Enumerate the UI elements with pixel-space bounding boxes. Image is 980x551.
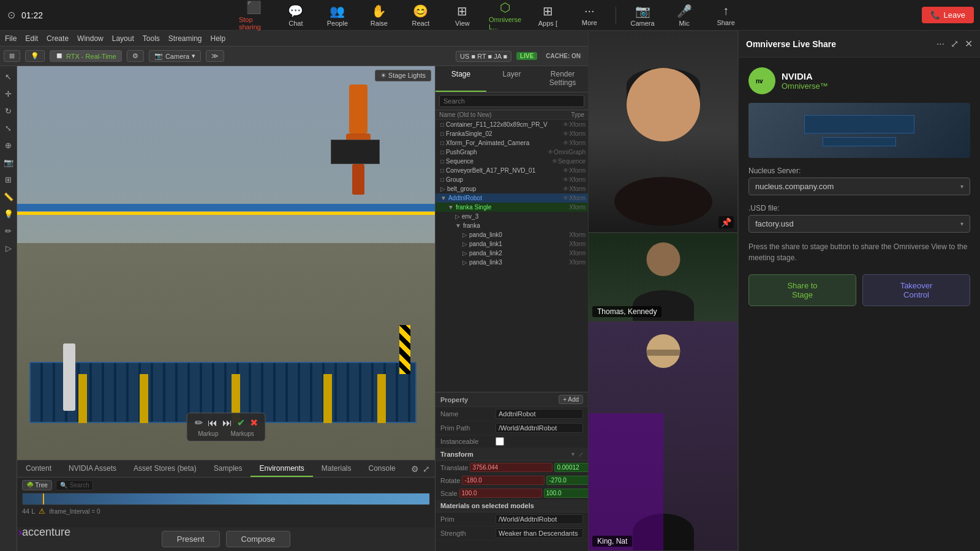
menu-tools[interactable]: Tools [143, 34, 160, 43]
settings-icon[interactable]: ⚙ [411, 464, 419, 474]
scale-y[interactable] [544, 489, 588, 498]
chat-button[interactable]: 💬 Chat [281, 4, 311, 27]
tab-nvidia-assets[interactable]: NVIDIA Assets [60, 460, 125, 477]
present-button[interactable]: Present [162, 531, 220, 547]
tool-move[interactable]: ✛ [2, 87, 15, 100]
tool-gizmo[interactable]: ⊕ [2, 138, 15, 152]
more-button[interactable]: ··· More [574, 4, 605, 26]
tab-environments[interactable]: Environments [251, 460, 312, 477]
instanceable-checkbox[interactable] [496, 437, 504, 446]
menu-file[interactable]: File [5, 34, 17, 43]
panel-popout-button[interactable]: ⤢ [951, 38, 959, 50]
usd-select[interactable]: factory.usd ▾ [748, 215, 970, 233]
stage-search-input[interactable] [439, 95, 584, 107]
person-body [614, 177, 712, 226]
materials-header[interactable]: Materials on selected models [435, 500, 588, 512]
stage-lights-button[interactable]: ☀ Stage Lights [375, 70, 431, 81]
compose-button[interactable]: Compose [226, 531, 291, 547]
toolbar-settings-btn[interactable]: ⚙ [127, 50, 144, 62]
panel-close-button[interactable]: ✕ [965, 38, 973, 50]
raise-button[interactable]: ✋ Raise [364, 4, 394, 27]
tree-item-belt-group[interactable]: ▷ belt_group 👁 Xform [435, 184, 588, 193]
tab-console[interactable]: Console [360, 460, 404, 477]
pin-button[interactable]: 📌 [718, 216, 734, 228]
react-button[interactable]: 😊 React [405, 4, 436, 27]
toolbar-camera-btn[interactable]: 📷 Camera ▾ [149, 50, 201, 62]
tool-scale[interactable]: ⤡ [2, 121, 15, 135]
tab-stage[interactable]: Stage [435, 66, 486, 92]
transform-header[interactable]: Transform ▼ ⤢ [435, 448, 588, 461]
translate-y[interactable] [554, 463, 588, 472]
tab-layer[interactable]: Layer [486, 66, 537, 92]
tool-markup[interactable]: ✏ [2, 224, 15, 238]
rotate-x[interactable] [462, 476, 545, 485]
toolbar-expand-btn[interactable]: ≫ [206, 50, 224, 62]
omniverse-button[interactable]: ⬡ Omniverse L... [489, 0, 521, 31]
scale-x[interactable] [459, 489, 542, 498]
tool-play[interactable]: ▷ [2, 241, 15, 255]
tree-item-conveyor[interactable]: □ ConveyorBelt_A17_PR_NVD_01 👁 Xform [435, 166, 588, 175]
tree-item-panda0[interactable]: ▷ panda_link0 Xform [435, 230, 588, 239]
camera-button[interactable]: 📷 Camera [627, 4, 658, 27]
cancel-markup-icon[interactable]: ✖ [250, 417, 258, 429]
skip-forward-icon[interactable]: ⏭ [222, 418, 232, 429]
menu-layout[interactable]: Layout [112, 34, 134, 43]
tree-item-env3[interactable]: ▷ env_3 [435, 212, 588, 221]
share-button[interactable]: ↑ Share [710, 4, 741, 26]
panel-dots-button[interactable]: ··· [937, 39, 944, 50]
share-to-stage-button[interactable]: Share toStage [748, 274, 856, 306]
tool-measure[interactable]: 📏 [2, 190, 15, 203]
tree-item-franka-mesh[interactable]: ▼ franka [435, 221, 588, 230]
menu-window[interactable]: Window [77, 34, 104, 43]
tool-select[interactable]: ↖ [2, 70, 15, 83]
tool-camera[interactable]: 📷 [2, 156, 15, 169]
tab-render-settings[interactable]: Render Settings [537, 66, 588, 92]
tree-item-franka-single[interactable]: ▼ franka Single Xform [435, 203, 588, 212]
tab-samples[interactable]: Samples [205, 460, 251, 477]
tree-item-addtnl-robot[interactable]: ▼ AddtnlRobot 👁 Xform [435, 193, 588, 203]
tree-button[interactable]: 🌳 Tree [22, 480, 52, 490]
stop-sharing-button[interactable]: ⬛ Stop sharing [239, 0, 270, 31]
nucleus-select[interactable]: nucleus.company.com ▾ [748, 178, 970, 195]
tab-materials[interactable]: Materials [313, 460, 360, 477]
skip-back-icon[interactable]: ⏮ [208, 418, 217, 429]
rtx-button[interactable]: 🔲 RTX - Real-Time [50, 50, 122, 62]
tree-item-sequence[interactable]: □ Sequence 👁 Sequence [435, 157, 588, 166]
leave-button[interactable]: 📞 Leave [922, 7, 974, 23]
tab-content[interactable]: Content [17, 460, 60, 477]
pencil-icon[interactable]: ✏ [195, 417, 203, 429]
mic-button[interactable]: 🎤 Mic [669, 4, 699, 27]
tool-light[interactable]: 💡 [2, 207, 15, 220]
rotate-y[interactable] [546, 476, 588, 485]
apps-button[interactable]: ⊞ Apps [ [532, 4, 563, 27]
nvidia-logo-area: nv NVIDIA Omniverse™ [748, 67, 970, 94]
takeover-control-button[interactable]: TakeoverControl [862, 274, 970, 306]
menu-help[interactable]: Help [211, 34, 226, 43]
tree-item-icon14: ▷ [462, 241, 467, 247]
tree-item-panda2[interactable]: ▷ panda_link2 Xform [435, 249, 588, 258]
menu-edit[interactable]: Edit [25, 34, 38, 43]
tree-item-panda1[interactable]: ▷ panda_link1 Xform [435, 239, 588, 249]
tree-item-animated[interactable]: □ Xform_For_Animated_Camera 👁 Xform [435, 138, 588, 148]
tree-item-group[interactable]: □ Group 👁 Xform [435, 175, 588, 184]
tree-item-pushgraph[interactable]: □ PushGraph 👁 OmniGraph [435, 148, 588, 157]
tree-item-franka[interactable]: □ FrankaSingle_02 👁 Xform [435, 129, 588, 138]
usd-label: .USD file: [748, 204, 970, 212]
tree-item-container[interactable]: □ Container_F11_122x80x89cm_PR_V 👁 Xform [435, 120, 588, 129]
tab-asset-stores[interactable]: Asset Stores (beta) [125, 460, 205, 477]
toolbar-grid-btn[interactable]: ⊞ [4, 50, 20, 62]
menu-create[interactable]: Create [47, 34, 69, 43]
menu-streaming[interactable]: Streaming [168, 34, 202, 43]
timeline-bar[interactable] [22, 493, 430, 505]
expand-icon[interactable]: ⤢ [423, 464, 430, 474]
translate-x[interactable] [470, 463, 552, 472]
tree-item-panda3[interactable]: ▷ panda_link3 Xform [435, 258, 588, 267]
add-prop-button[interactable]: + Add [559, 395, 583, 404]
people-button[interactable]: 👥 People [322, 4, 353, 27]
tool-rotate[interactable]: ↻ [2, 104, 15, 118]
toolbar-light-btn[interactable]: 💡 [25, 50, 45, 62]
confirm-icon[interactable]: ✔ [237, 417, 245, 429]
tool-grid[interactable]: ⊞ [2, 173, 15, 186]
rotate-label: Rotate [440, 477, 460, 484]
view-button[interactable]: ⊞ View [447, 4, 478, 27]
